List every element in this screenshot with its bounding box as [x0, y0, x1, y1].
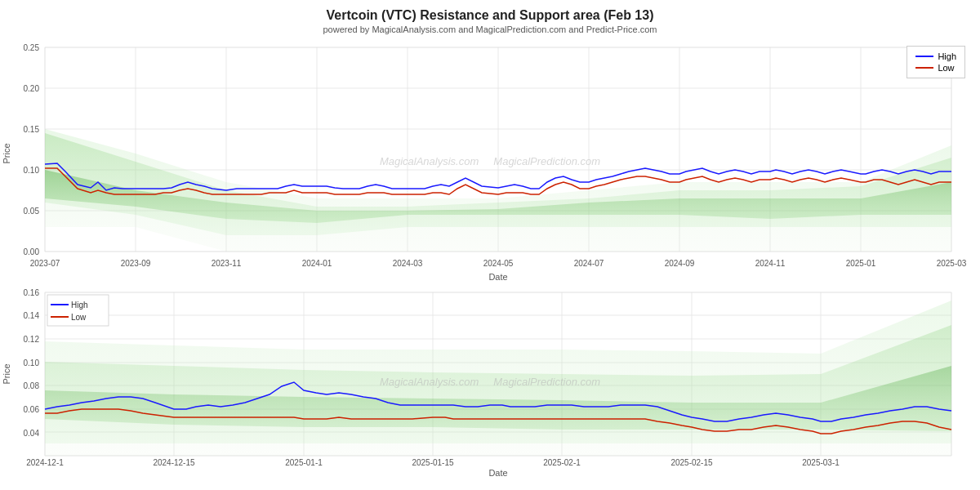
svg-text:2024-07: 2024-07: [574, 259, 604, 268]
svg-text:2024-12-1: 2024-12-1: [26, 458, 64, 467]
svg-text:High: High: [71, 301, 88, 310]
legend-low-line: [915, 67, 933, 69]
svg-text:2023-07: 2023-07: [30, 259, 60, 268]
svg-text:0.05: 0.05: [24, 207, 40, 216]
svg-text:2023-09: 2023-09: [121, 259, 151, 268]
svg-text:2024-05: 2024-05: [483, 259, 514, 268]
svg-text:2024-12-15: 2024-12-15: [153, 458, 195, 467]
svg-text:0.20: 0.20: [24, 84, 40, 93]
svg-text:0.04: 0.04: [24, 429, 40, 438]
svg-text:Low: Low: [71, 313, 87, 322]
bottom-chart: 0.16 0.14 0.12 0.10 0.08 0.06 0.04 Price…: [0, 284, 980, 480]
svg-text:2024-03: 2024-03: [393, 259, 423, 268]
svg-text:0.16: 0.16: [24, 288, 40, 297]
main-title: Vertcoin (VTC) Resistance and Support ar…: [327, 8, 654, 23]
svg-text:2025-01-15: 2025-01-15: [412, 458, 454, 467]
bottom-chart-svg: 0.16 0.14 0.12 0.10 0.08 0.06 0.04 Price…: [0, 284, 980, 480]
svg-text:2023-11: 2023-11: [212, 259, 242, 268]
svg-text:0.14: 0.14: [24, 311, 40, 320]
top-chart-svg: 0.25 0.20 0.15 0.10 0.05 0.00 Price 2023…: [0, 39, 980, 284]
subtitle: powered by MagicalAnalysis.com and Magic…: [323, 24, 657, 34]
top-chart-legend: High Low: [906, 46, 965, 78]
legend-low-item: Low: [915, 63, 956, 73]
svg-text:0.12: 0.12: [24, 335, 40, 344]
top-chart: 0.25 0.20 0.15 0.10 0.05 0.00 Price 2023…: [0, 39, 980, 284]
svg-text:2025-01-1: 2025-01-1: [285, 458, 323, 467]
svg-text:0.00: 0.00: [24, 247, 40, 256]
svg-text:Price: Price: [2, 143, 11, 163]
legend-high-line: [915, 56, 933, 57]
svg-text:2024-09: 2024-09: [665, 259, 695, 268]
svg-text:0.10: 0.10: [24, 166, 40, 175]
svg-text:2025-03: 2025-03: [937, 259, 967, 268]
svg-text:2024-11: 2024-11: [755, 259, 786, 268]
svg-text:2024-01: 2024-01: [302, 259, 332, 268]
legend-high-item: High: [915, 51, 956, 61]
svg-text:2025-02-15: 2025-02-15: [670, 458, 713, 467]
svg-text:Price: Price: [2, 363, 11, 384]
svg-text:Date: Date: [488, 272, 507, 282]
svg-text:0.25: 0.25: [24, 43, 40, 52]
svg-text:0.08: 0.08: [24, 381, 40, 390]
svg-text:0.06: 0.06: [24, 405, 40, 414]
svg-text:0.10: 0.10: [24, 359, 40, 368]
svg-text:2025-01: 2025-01: [846, 259, 876, 268]
svg-text:2025-03-1: 2025-03-1: [802, 458, 840, 467]
page-container: Vertcoin (VTC) Resistance and Support ar…: [0, 0, 980, 490]
legend-low-label: Low: [938, 63, 954, 73]
charts-area: 0.25 0.20 0.15 0.10 0.05 0.00 Price 2023…: [0, 39, 980, 490]
legend-high-label: High: [938, 51, 956, 61]
svg-text:2025-02-1: 2025-02-1: [543, 458, 581, 467]
svg-text:0.15: 0.15: [24, 125, 40, 134]
svg-text:Date: Date: [488, 468, 507, 478]
